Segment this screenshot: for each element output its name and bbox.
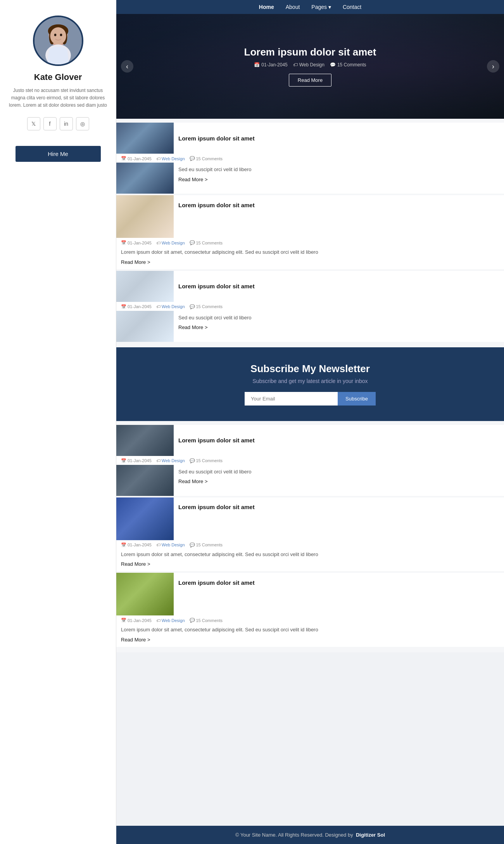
post-meta: 📅 01-Jan-2045 🏷 Web Design 💬 15 Comments (116, 456, 504, 465)
post-card-1: Lorem ipsum dolor sit amet 📅 01-Jan-2045… (116, 123, 504, 194)
post-meta: 📅 01-Jan-2045 🏷 Web Design 💬 15 Comments (116, 615, 504, 624)
post-thumbnail (116, 195, 174, 238)
post-title: Lorem ipsum dolor sit amet (178, 579, 255, 586)
footer: © Your Site Name. All Rights Reserved. D… (116, 826, 504, 844)
post-title: Lorem ipsum dolor sit amet (178, 283, 255, 289)
linkedin-icon[interactable]: in (60, 117, 73, 130)
post-thumbnail (116, 123, 174, 154)
read-more-link[interactable]: Read More > (178, 478, 208, 484)
nav-pages[interactable]: Pages ▾ (311, 4, 331, 10)
navbar: Home About Pages ▾ Contact (116, 0, 504, 14)
post-comments: 💬 15 Comments (190, 240, 223, 245)
calendar-icon: 📅 (254, 62, 260, 68)
newsletter-email-input[interactable] (245, 392, 338, 406)
comment-icon: 💬 (330, 62, 336, 68)
read-more-link[interactable]: Read More > (121, 259, 150, 265)
footer-designer: Digitizer Sol (356, 832, 385, 838)
newsletter-section: Subscribe My Newsletter Subscribe and ge… (116, 347, 504, 421)
post-category: 🏷 Web Design (156, 618, 185, 623)
post-meta: 📅 01-Jan-2045 🏷 Web Design 💬 15 Comments (116, 238, 504, 247)
post-split: Sed eu suscipit orci velit id libero Rea… (116, 163, 504, 194)
comment-icon2: 💬 (190, 542, 195, 548)
post-card-5: Lorem ipsum dolor sit amet 📅 01-Jan-2045… (116, 497, 504, 572)
tag-icon2: 🏷 (156, 304, 161, 309)
cal-icon: 📅 (121, 542, 126, 548)
comment-icon2: 💬 (190, 458, 195, 463)
sidebar: Kate Glover Justo stet no accusam stet i… (0, 0, 116, 844)
post-thumbnail (116, 573, 174, 615)
read-more-link[interactable]: Read More > (178, 324, 208, 330)
post-comments: 💬 15 Comments (190, 156, 223, 161)
post-thumbnail (116, 497, 174, 540)
twitter-icon[interactable]: 𝕏 (27, 117, 40, 130)
nav-home[interactable]: Home (259, 4, 274, 10)
footer-text: © Your Site Name. All Rights Reserved. D… (235, 832, 385, 838)
post-title-overlay: Lorem ipsum dolor sit amet (174, 195, 504, 215)
comment-icon2: 💬 (190, 618, 195, 623)
post-thumbnail (116, 271, 174, 302)
post-split: Sed eu suscipit orci velit id libero Rea… (116, 311, 504, 342)
post-split-content: Sed eu suscipit orci velit id libero Rea… (174, 163, 504, 194)
post-excerpt: Sed eu suscipit orci velit id libero (178, 166, 499, 173)
post-card-2: Lorem ipsum dolor sit amet 📅 01-Jan-2045… (116, 195, 504, 269)
newsletter-subscribe-button[interactable]: Subscribe (338, 392, 376, 406)
post-excerpt: Lorem ipsum dolor sit amet, consectetur … (121, 551, 499, 558)
post-split: Sed eu suscipit orci velit id libero Rea… (116, 465, 504, 496)
hero-next-button[interactable]: › (487, 60, 499, 73)
nav-contact[interactable]: Contact (343, 4, 361, 10)
hero-category: 🏷 Web Design (293, 62, 324, 68)
post-title: Lorem ipsum dolor sit amet (178, 202, 255, 208)
post-excerpt: Sed eu suscipit orci velit id libero (178, 314, 499, 322)
read-more-link[interactable]: Read More > (178, 177, 208, 182)
svg-point-5 (50, 27, 66, 45)
newsletter-form: Subscribe (124, 392, 496, 406)
hero-date: 📅 01-Jan-2045 (254, 62, 287, 68)
post-excerpt: Sed eu suscipit orci velit id libero (178, 468, 499, 476)
social-icons: 𝕏 f in ◎ (27, 117, 89, 130)
sidebar-name: Kate Glover (34, 72, 82, 82)
hero-comments: 💬 15 Comments (330, 62, 366, 68)
main-content: Home About Pages ▾ Contact ‹ Lorem ipsum… (116, 0, 504, 844)
hero-title: Lorem ipsum dolor sit amet (244, 46, 376, 58)
tag-icon2: 🏷 (156, 458, 161, 463)
nav-about[interactable]: About (286, 4, 300, 10)
post-title: Lorem ipsum dolor sit amet (178, 437, 255, 444)
post-split-content: Sed eu suscipit orci velit id libero Rea… (174, 311, 504, 342)
cal-icon: 📅 (121, 304, 126, 309)
post-top: Lorem ipsum dolor sit amet (116, 271, 504, 302)
post-comments: 💬 15 Comments (190, 542, 223, 548)
post-bottom-thumbnail (116, 311, 174, 342)
post-date: 📅 01-Jan-2045 (121, 542, 152, 548)
hero-slider: ‹ Lorem ipsum dolor sit amet 📅 01-Jan-20… (116, 14, 504, 119)
hero-read-more-button[interactable]: Read More (289, 74, 331, 87)
post-category: 🏷 Web Design (156, 458, 185, 463)
facebook-icon[interactable]: f (43, 117, 57, 130)
post-card-6: Lorem ipsum dolor sit amet 📅 01-Jan-2045… (116, 573, 504, 647)
post-title-overlay: Lorem ipsum dolor sit amet (174, 497, 504, 517)
tag-icon: 🏷 (293, 62, 298, 68)
post-date: 📅 01-Jan-2045 (121, 156, 152, 161)
comment-icon2: 💬 (190, 240, 195, 245)
read-more-link[interactable]: Read More > (121, 561, 150, 567)
post-title-overlay: Lorem ipsum dolor sit amet (174, 573, 504, 592)
svg-point-7 (60, 34, 62, 36)
post-category: 🏷 Web Design (156, 241, 185, 245)
tag-icon2: 🏷 (156, 156, 161, 161)
post-top: Lorem ipsum dolor sit amet (116, 497, 504, 540)
cal-icon: 📅 (121, 458, 126, 463)
instagram-icon[interactable]: ◎ (76, 117, 89, 130)
hero-prev-button[interactable]: ‹ (121, 60, 133, 73)
hire-me-button[interactable]: Hire Me (16, 146, 101, 162)
post-card-3: Lorem ipsum dolor sit amet 📅 01-Jan-2045… (116, 271, 504, 342)
post-split-content: Sed eu suscipit orci velit id libero Rea… (174, 465, 504, 496)
post-body: Lorem ipsum dolor sit amet, consectetur … (116, 549, 504, 572)
read-more-link[interactable]: Read More > (121, 637, 150, 643)
post-title-overlay: Lorem ipsum dolor sit amet (174, 271, 504, 302)
svg-point-6 (54, 34, 56, 36)
hero-meta: 📅 01-Jan-2045 🏷 Web Design 💬 15 Comments (244, 62, 376, 68)
post-body: Lorem ipsum dolor sit amet, consectetur … (116, 624, 504, 647)
post-comments: 💬 15 Comments (190, 458, 223, 463)
comment-icon2: 💬 (190, 156, 195, 161)
post-bottom-thumbnail (116, 163, 174, 194)
post-body: Lorem ipsum dolor sit amet, consectetur … (116, 247, 504, 269)
